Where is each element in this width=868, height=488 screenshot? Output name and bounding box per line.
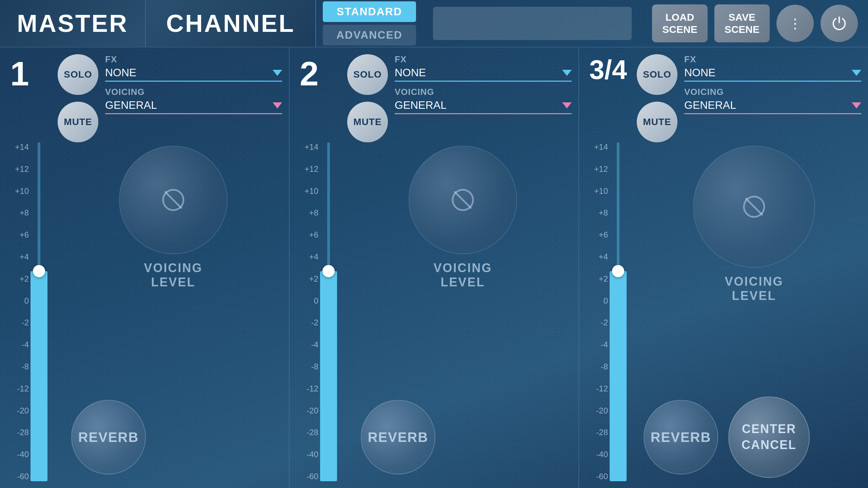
fader-label-16: -60	[8, 472, 29, 481]
channel-2-fader-handle[interactable]	[322, 265, 335, 277]
fader-label-14: -28	[8, 428, 29, 437]
channel-1-number: 1	[10, 54, 29, 93]
channel-2-fx-dropdown[interactable]: NONE	[395, 65, 572, 82]
channel-1-voicing-value: GENERAL	[105, 99, 157, 111]
channel-34-number: 3/4	[589, 54, 627, 85]
channel-1-fx-label: FX	[105, 54, 282, 65]
scene-name-display	[433, 7, 632, 40]
channel-2-voicing-knob[interactable]	[409, 146, 517, 254]
channel-34-fx-value: NONE	[684, 66, 715, 79]
channel-tab[interactable]: CHANNEL	[146, 0, 316, 47]
channel-34-voicing-dropdown[interactable]: GENERAL	[684, 97, 861, 114]
channel-34-fader-track[interactable]	[610, 142, 627, 481]
save-scene-button[interactable]: SAVESCENE	[714, 4, 770, 42]
channel-2-reverb-button[interactable]: REVERB	[361, 400, 435, 474]
channel-34-bottom-buttons: REVERB CENTERCANCEL	[644, 396, 861, 478]
channel-2-voicing-arrow-icon[interactable]	[562, 102, 572, 108]
channel-strip-34: 3/4 SOLO MUTE FX NONE VOICING GENERAL +1…	[579, 47, 868, 488]
header: MASTER CHANNEL STANDARD ADVANCED LOADSCE…	[0, 0, 868, 47]
channel-34-voicing-label: VOICING	[684, 87, 861, 97]
fader-label-10: -4	[8, 340, 29, 349]
channel-34-fx-arrow-icon[interactable]	[852, 70, 861, 76]
fader-label-2: +12	[8, 164, 29, 174]
channel-2-voicing-area: VOICINGLEVEL	[357, 146, 568, 289]
channel-34-fx-label: FX	[684, 54, 861, 65]
channel-2-knob-disabled-icon	[449, 186, 476, 214]
channel-1-reverb-button[interactable]: REVERB	[71, 400, 146, 474]
channel-34-fader-handle[interactable]	[612, 265, 624, 277]
mode-selector: STANDARD ADVANCED	[316, 0, 423, 47]
channel-1-fader-area: +14 +12 +10 +8 +6 +4 +2 0 -2 -4 -8 -12 -…	[7, 142, 47, 481]
channel-1-voicing-area: VOICINGLEVEL	[68, 146, 279, 289]
channel-1-solo-mute: SOLO MUTE	[58, 54, 98, 142]
master-tab[interactable]: MASTER	[0, 0, 146, 47]
svg-line-1	[165, 191, 182, 208]
master-label: MASTER	[17, 9, 128, 37]
channel-34-solo-button[interactable]: SOLO	[637, 54, 677, 95]
header-action-buttons: LOADSCENE SAVESCENE ⋮	[642, 0, 868, 47]
channel-34-voicing-knob-label: VOICINGLEVEL	[725, 274, 783, 303]
fader-label-15: -40	[8, 450, 29, 459]
power-button[interactable]	[821, 5, 858, 42]
channel-strip-2: 2 SOLO MUTE FX NONE VOICING GENERAL +14 …	[290, 47, 579, 488]
main-content: 1 SOLO MUTE FX NONE VOICING GENERAL +14 …	[0, 47, 868, 488]
channel-34-solo-mute: SOLO MUTE	[637, 54, 677, 142]
fader-label-3: +10	[8, 186, 29, 196]
channel-1-voicing-dropdown[interactable]: GENERAL	[105, 97, 282, 114]
channel-2-voicing-dropdown[interactable]: GENERAL	[395, 97, 572, 114]
fader-label-4: +8	[8, 208, 29, 218]
channel-1-solo-button[interactable]: SOLO	[58, 54, 98, 95]
channel-2-solo-mute: SOLO MUTE	[347, 54, 388, 142]
svg-line-5	[746, 198, 763, 215]
svg-line-3	[454, 191, 471, 208]
channel-34-voicing-arrow-icon[interactable]	[852, 102, 861, 108]
advanced-mode-button[interactable]: ADVANCED	[323, 25, 416, 45]
channel-34-fader-labels: +14 +12 +10 +8 +6 +4 +2 0 -2 -4 -8 -12 -…	[586, 142, 610, 481]
more-icon: ⋮	[788, 16, 802, 31]
channel-1-voicing-arrow-icon[interactable]	[273, 102, 282, 108]
channel-34-voicing-knob[interactable]	[693, 146, 815, 268]
fader-label-6: +4	[8, 252, 29, 262]
channel-34-voicing-area: VOICINGLEVEL	[650, 146, 858, 303]
fader-label-11: -8	[8, 362, 29, 371]
channel-2-fx-arrow-icon[interactable]	[562, 70, 572, 76]
channel-2-fx-label: FX	[395, 54, 572, 65]
channel-2-mute-button[interactable]: MUTE	[347, 102, 388, 142]
channel-strip-1: 1 SOLO MUTE FX NONE VOICING GENERAL +14 …	[0, 47, 290, 488]
channel-2-fader-labels: +14 +12 +10 +8 +6 +4 +2 0 -2 -4 -8 -12 -…	[296, 142, 320, 481]
channel-1-voicing-label: VOICING	[105, 87, 282, 97]
channel-2-fx-section: FX NONE VOICING GENERAL	[395, 54, 572, 114]
channel-1-fader-labels: +14 +12 +10 +8 +6 +4 +2 0 -2 -4 -8 -12 -…	[7, 142, 31, 481]
channel-34-knob-disabled-icon	[741, 193, 768, 220]
channel-2-solo-button[interactable]: SOLO	[347, 54, 388, 95]
channel-2-voicing-value: GENERAL	[395, 99, 447, 111]
channel-1-voicing-knob-label: VOICINGLEVEL	[144, 261, 202, 289]
standard-mode-button[interactable]: STANDARD	[323, 1, 416, 22]
channel-1-fader-handle[interactable]	[33, 265, 45, 277]
channel-34-fx-dropdown[interactable]: NONE	[684, 65, 861, 82]
channel-1-fx-section: FX NONE VOICING GENERAL	[105, 54, 282, 114]
channel-2-fader-track[interactable]	[320, 142, 337, 481]
channel-1-fx-dropdown[interactable]: NONE	[105, 65, 282, 82]
channel-2-voicing-label: VOICING	[395, 87, 572, 97]
channel-34-fader-area: +14 +12 +10 +8 +6 +4 +2 0 -2 -4 -8 -12 -…	[586, 142, 627, 481]
channel-1-mute-button[interactable]: MUTE	[58, 102, 98, 142]
channel-34-reverb-button[interactable]: REVERB	[644, 400, 718, 474]
channel-2-fader-area: +14 +12 +10 +8 +6 +4 +2 0 -2 -4 -8 -12 -…	[296, 142, 337, 481]
channel-2-fx-value: NONE	[395, 66, 426, 79]
fader-label-9: -2	[8, 318, 29, 327]
fader-label-7: +2	[8, 274, 29, 284]
fader-label-13: -20	[8, 406, 29, 415]
center-cancel-button[interactable]: CENTERCANCEL	[728, 396, 810, 478]
channel-1-fx-arrow-icon[interactable]	[273, 70, 282, 76]
channel-34-voicing-value: GENERAL	[684, 99, 736, 111]
power-icon	[831, 15, 848, 32]
channel-1-fx-value: NONE	[105, 66, 136, 79]
more-options-button[interactable]: ⋮	[776, 5, 814, 42]
channel-34-mute-button[interactable]: MUTE	[637, 102, 677, 142]
channel-1-voicing-knob[interactable]	[119, 146, 228, 254]
load-scene-button[interactable]: LOADSCENE	[652, 4, 707, 42]
fader-label-1: +14	[8, 142, 29, 152]
fader-label-5: +6	[8, 230, 29, 240]
channel-1-fader-track[interactable]	[31, 142, 47, 481]
